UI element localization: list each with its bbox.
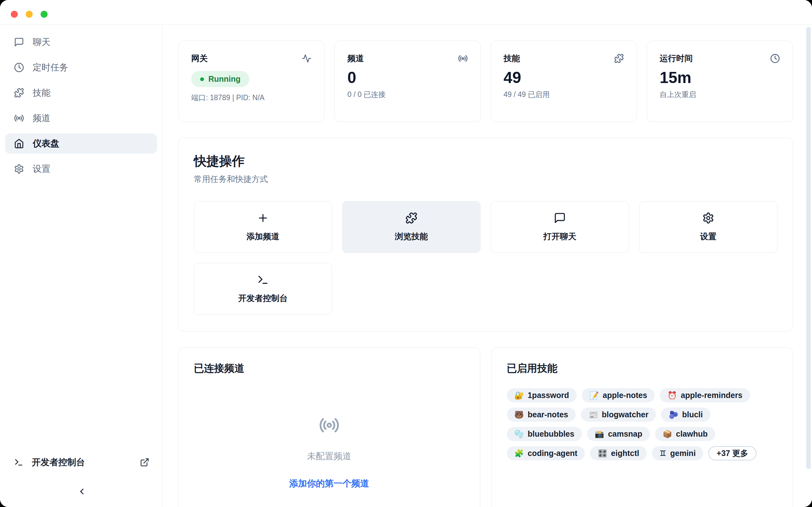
enabled-skills-panel: 已启用技能 🔐1password 📝apple-notes ⏰apple-rem… [491, 347, 793, 507]
dev-console-button[interactable]: 开发者控制台 [194, 263, 332, 315]
skill-emoji-icon: 📦 [663, 430, 672, 438]
settings-button[interactable]: 设置 [639, 201, 777, 253]
gear-icon [14, 164, 24, 174]
uptime-detail: 自上次重启 [660, 90, 780, 100]
title-bar [0, 0, 812, 25]
skill-badge: 🐻bear-notes [507, 407, 576, 422]
more-skills-badge[interactable]: +37 更多 [708, 446, 756, 460]
chevron-left-icon [77, 487, 87, 496]
skills-card: 技能 49 49 / 49 已启用 [491, 41, 637, 122]
sidebar: 聊天 定时任务 技能 频道 仪表盘 设置 [0, 25, 162, 507]
sidebar-item-cron[interactable]: 定时任务 [5, 57, 157, 78]
sidebar-collapse-button[interactable] [14, 487, 149, 496]
skill-badge: ♊gemini [652, 446, 703, 460]
browse-skills-button[interactable]: 浏览技能 [342, 201, 480, 253]
skill-emoji-icon: 🔐 [514, 392, 524, 399]
skill-badge: 🫧bluebubbles [507, 427, 582, 441]
skill-emoji-icon: 🫐 [669, 411, 678, 418]
sidebar-item-chat[interactable]: 聊天 [5, 32, 157, 52]
external-link-icon[interactable] [140, 458, 149, 467]
skill-emoji-icon: 🫧 [514, 430, 524, 438]
skills-card-title: 技能 [504, 53, 520, 64]
skill-emoji-icon: 🧩 [514, 450, 524, 457]
sidebar-item-label: 定时任务 [33, 61, 68, 73]
skill-emoji-icon: 🐻 [514, 411, 524, 418]
dev-console-label: 开发者控制台 [32, 456, 85, 468]
broadcast-icon [319, 415, 340, 436]
skill-badge: 🧩coding-agent [507, 446, 585, 460]
zoom-button[interactable] [41, 11, 48, 18]
gateway-card-title: 网关 [191, 53, 208, 64]
dev-console-row[interactable]: 开发者控制台 [14, 456, 149, 468]
terminal-icon [257, 274, 269, 286]
open-chat-button[interactable]: 打开聊天 [491, 201, 629, 253]
empty-channels-text: 未配置频道 [307, 450, 351, 462]
activity-icon [302, 54, 311, 63]
bottom-row: 已连接频道 未配置频道 添加你的第一个频道 已启用技能 🔐1password 📝… [178, 347, 793, 507]
add-first-channel-link[interactable]: 添加你的第一个频道 [289, 477, 369, 490]
broadcast-icon [14, 113, 24, 123]
clock-icon [14, 62, 24, 72]
skill-emoji-icon: 📰 [589, 411, 598, 418]
chat-icon [554, 212, 566, 224]
skill-badge: 📝apple-notes [582, 388, 655, 402]
skill-emoji-icon: 🎛️ [598, 450, 607, 457]
gear-icon [702, 212, 714, 224]
puzzle-icon [405, 212, 417, 224]
quick-actions-section: 快捷操作 常用任务和快捷方式 添加频道 浏览技能 打开聊天 设置 [178, 137, 793, 331]
terminal-icon [14, 458, 23, 467]
skills-count: 49 [504, 69, 624, 87]
add-channel-button[interactable]: 添加频道 [194, 201, 332, 253]
skill-badge: 🫐blucli [661, 407, 710, 422]
gateway-card: 网关 Running 端口: 18789 | PID: N/A [178, 41, 324, 122]
clock-icon [770, 54, 780, 63]
gateway-detail: 端口: 18789 | PID: N/A [191, 93, 311, 103]
channels-card-title: 频道 [347, 53, 364, 64]
gateway-status-badge: Running [191, 71, 249, 87]
quick-actions-subtitle: 常用任务和快捷方式 [194, 174, 777, 185]
sidebar-item-label: 频道 [33, 112, 50, 124]
skill-emoji-icon: 📝 [589, 392, 599, 399]
puzzle-icon [14, 88, 24, 98]
skill-emoji-icon: ♊ [659, 450, 666, 457]
stats-row: 网关 Running 端口: 18789 | PID: N/A 频道 0 0 /… [178, 41, 793, 122]
sidebar-footer: 开发者控制台 [0, 456, 162, 507]
channels-empty-state: 未配置频道 添加你的第一个频道 [194, 376, 465, 490]
broadcast-icon [458, 54, 468, 63]
skill-badge: 📸camsnap [587, 427, 650, 441]
channels-card: 频道 0 0 / 0 已连接 [334, 41, 480, 122]
sidebar-item-channels[interactable]: 频道 [5, 108, 157, 128]
uptime-value: 15m [660, 69, 780, 87]
home-icon [14, 138, 24, 149]
scrollbar-thumb[interactable] [806, 27, 811, 469]
status-dot [200, 77, 204, 81]
sidebar-item-label: 仪表盘 [33, 137, 59, 150]
enabled-skills-title: 已启用技能 [507, 361, 778, 376]
skill-badge: ⏰apple-reminders [660, 388, 750, 402]
sidebar-nav: 聊天 定时任务 技能 频道 仪表盘 设置 [0, 25, 162, 186]
sidebar-item-dashboard[interactable]: 仪表盘 [5, 133, 157, 154]
skill-badge: 🎛️eightctl [590, 446, 647, 460]
sidebar-item-settings[interactable]: 设置 [5, 159, 157, 179]
skill-emoji-icon: 📸 [595, 430, 604, 438]
connected-channels-panel: 已连接频道 未配置频道 添加你的第一个频道 [178, 347, 480, 507]
connected-channels-title: 已连接频道 [194, 361, 465, 376]
quick-actions-grid: 添加频道 浏览技能 打开聊天 设置 开发者控制台 [194, 201, 777, 315]
close-button[interactable] [11, 11, 18, 18]
skills-badge-list: 🔐1password 📝apple-notes ⏰apple-reminders… [507, 388, 778, 460]
skills-detail: 49 / 49 已启用 [504, 90, 624, 100]
minimize-button[interactable] [26, 11, 33, 18]
puzzle-icon [614, 54, 624, 63]
quick-actions-title: 快捷操作 [194, 153, 777, 170]
plus-icon [257, 212, 269, 224]
uptime-card: 运行时间 15m 自上次重启 [647, 41, 793, 122]
uptime-card-title: 运行时间 [660, 53, 693, 64]
skill-badge: 📰blogwatcher [581, 407, 656, 422]
sidebar-item-label: 设置 [33, 163, 50, 175]
channels-count: 0 [347, 69, 467, 87]
app-window: 聊天 定时任务 技能 频道 仪表盘 设置 [0, 0, 812, 507]
sidebar-item-label: 技能 [33, 87, 50, 99]
sidebar-item-skills[interactable]: 技能 [5, 83, 157, 103]
chat-icon [14, 37, 24, 47]
skill-badge: 📦clawhub [655, 427, 715, 441]
